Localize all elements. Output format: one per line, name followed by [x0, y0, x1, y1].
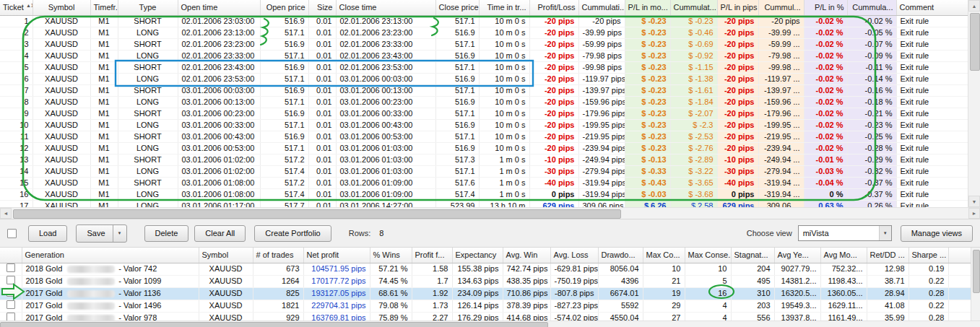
column-header-stagnation[interactable]: Stagnat...	[731, 248, 774, 263]
delete-button[interactable]: Delete	[144, 225, 189, 242]
trade-row[interactable]: 14XAUUSDM1LONG03.01.2006 01:02:00517.40.…	[0, 165, 968, 177]
row-checkbox[interactable]	[6, 300, 15, 309]
strategy-row[interactable]: 2018 Gold- Valor 1099XAUUSD1264170177.72…	[0, 275, 980, 287]
column-header-pl_pips[interactable]: P/L in pips	[717, 0, 758, 15]
column-header-select[interactable]	[0, 248, 22, 263]
column-header-avg_month[interactable]: Avg Mo...	[820, 248, 867, 263]
scrollbar-thumb[interactable]	[970, 13, 980, 71]
column-header-open_time[interactable]: Open time	[178, 0, 260, 15]
trade-cell-time_in_trade: 10 m 0 s	[479, 108, 529, 119]
column-header-size[interactable]: Size	[308, 0, 336, 15]
strategy-row[interactable]: 2018 Gold- Valor 742XAUUSD673104571.95 p…	[0, 263, 980, 275]
strategies-vertical-scrollbar[interactable]	[971, 248, 980, 321]
column-header-time_in_trade[interactable]: Time in tr...	[479, 0, 529, 15]
trade-cell-open_time: 03.01.2006 00:53:00	[178, 142, 260, 154]
trade-row[interactable]: 11XAUUSDM1SHORT03.01.2006 00:43:00516.90…	[0, 131, 968, 142]
column-header-avg_win[interactable]: Avg. Win	[503, 248, 550, 263]
trade-row[interactable]: 3XAUUSDM1SHORT02.01.2006 23:23:00516.90.…	[0, 38, 968, 50]
scrollbar-thumb[interactable]	[973, 250, 980, 293]
column-header-cum_pips[interactable]: Cummul...	[758, 0, 804, 15]
trade-row[interactable]: 9XAUUSDM1SHORT03.01.2006 00:23:00516.90.…	[0, 108, 968, 119]
save-button[interactable]: Save ▼	[76, 224, 126, 243]
column-header-pl_pct[interactable]: P/L in %	[804, 0, 847, 15]
column-header-open_price[interactable]: Open price	[260, 0, 308, 15]
strategy-cell-avg_loss: -750.19 pips	[550, 275, 598, 287]
trade-cell-timeframe: M1	[90, 15, 118, 27]
select-all-checkbox[interactable]	[7, 229, 17, 238]
trade-row[interactable]: 7XAUUSDM1SHORT03.01.2006 00:03:00516.90.…	[0, 84, 968, 96]
scroll-up-arrow-icon[interactable]: ▲	[968, 0, 980, 12]
row-checkbox[interactable]	[6, 288, 15, 297]
trade-row[interactable]: 5XAUUSDM1SHORT02.01.2006 23:43:00516.90.…	[0, 61, 968, 73]
trade-cell-comment: Exit rule	[896, 108, 968, 119]
column-header-wins[interactable]: % Wins	[370, 248, 412, 263]
column-header-ret_dd[interactable]: Ret/DD ...	[867, 248, 909, 263]
load-button[interactable]: Load	[28, 225, 67, 242]
trade-row[interactable]: 15XAUUSDM1SHORT03.01.2006 01:08:00517.20…	[0, 177, 968, 188]
strategy-cell-avg_win: 742.74 pips	[503, 263, 550, 275]
trade-row[interactable]: 8XAUUSDM1LONG03.01.2006 00:13:00517.10.0…	[0, 96, 968, 108]
scrollbar-thumb[interactable]	[0, 322, 548, 327]
column-header-avg_loss[interactable]: Avg. Loss	[550, 248, 598, 263]
view-select[interactable]: miVista ▼	[798, 225, 892, 241]
strategy-row[interactable]: 2017 Gold- Valor 978XAUUSD929163769.81 p…	[0, 312, 980, 321]
trade-cell-ticket: 9	[0, 108, 32, 119]
trade-cell-ticket: 15	[0, 177, 32, 188]
strategy-row[interactable]: 2017 Gold- Valor 1136XAUUSD825193127.05 …	[0, 287, 980, 300]
column-header-cum_pl[interactable]: Cummulati...	[578, 0, 625, 15]
column-header-timeframe[interactable]: Timefr...	[90, 0, 118, 15]
create-portfolio-button[interactable]: Create Portfolio	[254, 225, 331, 242]
clear-all-button[interactable]: Clear All	[194, 225, 246, 242]
row-checkbox[interactable]	[6, 263, 15, 272]
trade-row[interactable]: 10XAUUSDM1LONG03.01.2006 00:33:00517.10.…	[0, 119, 968, 131]
strategy-cell-expectancy: 126.14 pips	[452, 300, 503, 312]
chevron-down-icon[interactable]: ▼	[879, 226, 891, 240]
column-header-cum_money[interactable]: Cummulat...	[670, 0, 717, 15]
column-header-expectancy[interactable]: Expectancy	[452, 248, 503, 263]
scroll-left-arrow-icon[interactable]: ◄	[0, 208, 12, 219]
trade-cell-timeframe: M1	[90, 27, 118, 38]
row-checkbox[interactable]	[6, 313, 15, 321]
column-header-comment[interactable]: Comment	[896, 0, 968, 15]
trade-row[interactable]: 2XAUUSDM1LONG02.01.2006 23:13:00517.10.0…	[0, 27, 968, 38]
column-header-pl[interactable]: Profit/Loss	[529, 0, 578, 15]
trade-row[interactable]: 6XAUUSDM1LONG02.01.2006 23:53:00517.10.0…	[0, 73, 968, 84]
trade-row[interactable]: 1XAUUSDM1SHORT02.01.2006 23:03:00516.90.…	[0, 15, 968, 27]
column-header-cum_pct[interactable]: Cummula...	[847, 0, 896, 15]
chevron-down-icon[interactable]: ▼	[113, 225, 126, 242]
trade-row[interactable]: 16XAUUSDM1LONG03.01.2006 01:08:00517.40.…	[0, 188, 968, 200]
scroll-right-arrow-icon[interactable]: ►	[968, 208, 980, 219]
manage-views-button[interactable]: Manage views	[901, 225, 973, 242]
scroll-down-arrow-icon[interactable]: ▼	[968, 196, 980, 207]
column-header-trades[interactable]: # of trades	[253, 248, 303, 263]
scrollbar-thumb[interactable]	[13, 209, 621, 219]
strategy-row[interactable]: 2017 Gold- Valor 1496XAUUSD1821229704.31…	[0, 300, 980, 312]
row-checkbox[interactable]	[6, 276, 15, 284]
trade-cell-pl_pips: -20 pips	[717, 50, 758, 61]
column-header-max_co[interactable]: Max Co...	[643, 248, 685, 263]
column-header-generation[interactable]: Generation	[22, 248, 199, 263]
column-header-pl_money[interactable]: P/L in mo...	[625, 0, 670, 15]
trade-row[interactable]: 4XAUUSDM1LONG02.01.2006 23:33:00517.10.0…	[0, 50, 968, 61]
column-header-net_profit[interactable]: Net profit	[303, 248, 370, 263]
trade-row[interactable]: 12XAUUSDM1LONG03.01.2006 00:53:00517.10.…	[0, 142, 968, 154]
column-header-profit_factor[interactable]: Profit f...	[412, 248, 452, 263]
column-header-type[interactable]: Type	[118, 0, 178, 15]
column-header-symbol[interactable]: Symbol	[32, 0, 90, 15]
trades-vertical-scrollbar[interactable]: ▲ ▼	[968, 0, 980, 207]
column-header-ticket[interactable]: Ticket▲1	[0, 0, 32, 15]
column-header-close_time[interactable]: Close time	[336, 0, 435, 15]
column-header-avg_year[interactable]: Avg Ye...	[774, 248, 820, 263]
column-header-symbol[interactable]: Symbol	[199, 248, 253, 263]
trade-cell-time_in_trade: 10 m 0 s	[479, 50, 529, 61]
column-header-max_conse[interactable]: Max Conse...	[685, 248, 731, 263]
trade-cell-timeframe: M1	[90, 73, 118, 84]
trade-row[interactable]: 13XAUUSDM1SHORT03.01.2006 01:02:00517.20…	[0, 154, 968, 165]
column-header-close_price[interactable]: Close price	[435, 0, 479, 15]
column-header-drawdown[interactable]: Drawdo...	[598, 248, 643, 263]
trades-horizontal-scrollbar[interactable]: ◄ ►	[0, 207, 980, 219]
column-header-sharpe[interactable]: Sharpe ...	[909, 248, 948, 263]
trade-cell-size: 0.01	[308, 200, 336, 207]
trade-row[interactable]: 17XAUUSDM1LONG03.01.2006 01:17:00517.70.…	[0, 200, 968, 207]
strategies-horizontal-scrollbar[interactable]	[0, 321, 980, 327]
